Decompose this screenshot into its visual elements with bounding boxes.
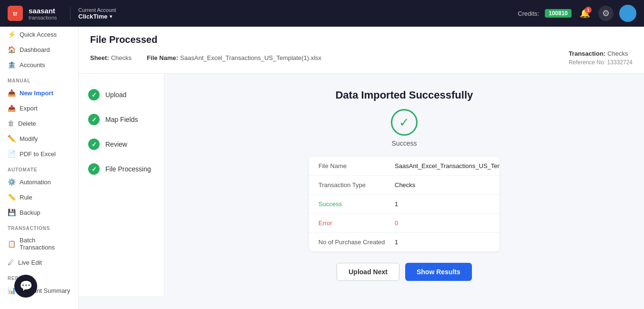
pdf-icon: 📄 <box>8 150 16 158</box>
step-upload: ✓ Upload <box>88 89 154 100</box>
sidebar-item-rule[interactable]: 📏 Rule <box>0 189 78 205</box>
sidebar-item-export[interactable]: 📤 Export <box>0 100 78 116</box>
sidebar-item-quick-access[interactable]: ⚡ Quick Access <box>0 27 78 42</box>
step-label-file-processing: File Processing <box>105 165 151 173</box>
sidebar-item-accounts[interactable]: 🏦 Accounts <box>0 57 78 72</box>
step-label-upload: Upload <box>105 91 126 99</box>
chat-bubble-button[interactable]: 💬 <box>14 275 37 298</box>
success-panel: Data Imported Successfully ✓ Success Fil… <box>164 74 644 296</box>
export-icon: 📤 <box>8 104 16 112</box>
transaction-label: Transaction: <box>569 50 605 57</box>
credits-label: Credits: <box>518 10 539 17</box>
table-row: Success 1 <box>309 195 500 214</box>
step-review: ✓ Review <box>88 139 154 150</box>
sidebar-item-account-summary[interactable]: 📊 Account Summary <box>0 283 78 298</box>
sidebar-item-label: Accounts <box>20 61 45 69</box>
transaction-type-info: Transaction: Checks <box>569 50 633 57</box>
backup-icon: 💾 <box>8 209 16 216</box>
sidebar-item-label: Batch Transactions <box>20 237 71 251</box>
main-layout: ⚡ Quick Access 🏠 Dashboard 🏦 Accounts MA… <box>0 27 644 309</box>
sidebar-item-automation[interactable]: ⚙️ Automation <box>0 174 78 189</box>
result-key-success: Success <box>318 200 395 208</box>
sidebar: ⚡ Quick Access 🏠 Dashboard 🏦 Accounts MA… <box>0 27 79 309</box>
reference-number: Reference No: 13332724 <box>569 59 633 66</box>
step-file-processing: ✓ File Processing <box>88 163 154 175</box>
sidebar-item-batch-transactions[interactable]: 📋 Batch Transactions <box>0 233 78 255</box>
brand-name: saasant <box>29 7 57 15</box>
modify-icon: ✏️ <box>8 135 16 142</box>
step-map-fields: ✓ Map Fields <box>88 114 154 125</box>
sidebar-item-backup[interactable]: 💾 Backup <box>0 205 78 220</box>
sidebar-item-new-import[interactable]: 📥 New Import <box>0 85 78 100</box>
filename-value: SaasAnt_Excel_Transactions_US_Template(1… <box>180 54 322 61</box>
rule-icon: 📏 <box>8 193 16 201</box>
result-key: File Name <box>318 162 395 169</box>
brand-text: saasant transactions <box>29 7 57 20</box>
show-results-button[interactable]: Show Results <box>405 263 472 281</box>
topbar-left: tr saasant transactions Current Account … <box>8 6 116 21</box>
logo-icon: tr <box>8 6 23 21</box>
result-key: Transaction Type <box>318 181 395 189</box>
table-row: Error 0 <box>309 214 500 233</box>
sidebar-item-label: Automation <box>20 179 51 186</box>
result-table: File Name SaasAnt_Excel_Transactions_US_… <box>309 157 500 251</box>
sidebar-item-label: Quick Access <box>20 31 57 38</box>
account-label: Current Account <box>78 7 116 13</box>
table-row: File Name SaasAnt_Excel_Transactions_US_… <box>309 157 500 176</box>
account-name[interactable]: ClickTime ▾ <box>78 13 116 20</box>
upload-next-button[interactable]: Upload Next <box>337 263 399 281</box>
result-value-success: 1 <box>395 200 398 208</box>
automation-icon: ⚙️ <box>8 178 16 186</box>
success-status-label: Success <box>392 140 417 147</box>
brand-sub: transactions <box>29 15 57 20</box>
action-row: Upload Next Show Results <box>337 263 471 281</box>
result-value-error: 0 <box>395 219 398 227</box>
batch-icon: 📋 <box>8 240 16 248</box>
section-transactions: TRANSACTIONS <box>0 220 78 233</box>
step-check-review: ✓ <box>88 139 100 150</box>
success-title: Data Imported Successfully <box>336 89 473 101</box>
result-value: SaasAnt_Excel_Transactions_US_Template(1… <box>395 162 500 169</box>
file-meta: Sheet: Checks File Name: SaasAnt_Excel_T… <box>90 50 633 66</box>
section-automate: AUTOMATE <box>0 161 78 174</box>
sheet-info: Sheet: Checks <box>90 54 132 61</box>
sidebar-item-pdf-to-excel[interactable]: 📄 PDF to Excel <box>0 146 78 161</box>
sidebar-item-label: Export <box>20 105 38 112</box>
filename-info: File Name: SaasAnt_Excel_Transactions_US… <box>147 54 321 61</box>
notification-count: 1 <box>585 7 592 13</box>
sidebar-item-label: Rule <box>20 194 32 201</box>
sidebar-item-live-edit[interactable]: 🖊 Live Edit <box>0 255 78 270</box>
table-row: Transaction Type Checks <box>309 176 500 195</box>
section-manual: MANUAL <box>0 72 78 85</box>
topbar-right: Credits: 100810 🔔 1 ⚙ <box>518 5 636 22</box>
sidebar-item-label: PDF to Excel <box>20 150 56 158</box>
result-key-error: Error <box>318 219 395 227</box>
result-value: Checks <box>395 181 415 189</box>
transaction-value: Checks <box>607 50 628 57</box>
result-value: 1 <box>395 239 398 246</box>
result-key: No of Purchase Created <box>318 239 395 246</box>
sidebar-item-dashboard[interactable]: 🏠 Dashboard <box>0 42 78 57</box>
sidebar-item-label: Dashboard <box>20 46 50 53</box>
file-header: File Processed Sheet: Checks File Name: … <box>79 27 644 74</box>
page-title: File Processed <box>90 34 633 45</box>
step-check-map-fields: ✓ <box>88 114 100 125</box>
account-info: Current Account ClickTime ▾ <box>70 7 116 20</box>
accounts-icon: 🏦 <box>8 61 16 69</box>
sidebar-item-delete[interactable]: 🗑 Delete <box>0 116 78 131</box>
step-label-review: Review <box>105 140 127 148</box>
table-row: No of Purchase Created 1 <box>309 233 500 251</box>
wizard-layout: ✓ Upload ✓ Map Fields ✓ Review ✓ File Pr… <box>79 74 644 296</box>
sidebar-item-modify[interactable]: ✏️ Modify <box>0 131 78 146</box>
quick-access-icon: ⚡ <box>8 30 16 38</box>
settings-button[interactable]: ⚙ <box>598 6 613 21</box>
notification-button[interactable]: 🔔 1 <box>577 6 593 21</box>
success-icon: ✓ <box>391 109 418 136</box>
dashboard-icon: 🏠 <box>8 46 16 53</box>
delete-icon: 🗑 <box>8 120 14 127</box>
section-reports: REPORTS <box>0 270 78 283</box>
step-label-map-fields: Map Fields <box>105 116 138 123</box>
chevron-down-icon: ▾ <box>110 14 112 19</box>
sidebar-item-label: Modify <box>20 135 38 142</box>
avatar[interactable] <box>619 5 636 22</box>
